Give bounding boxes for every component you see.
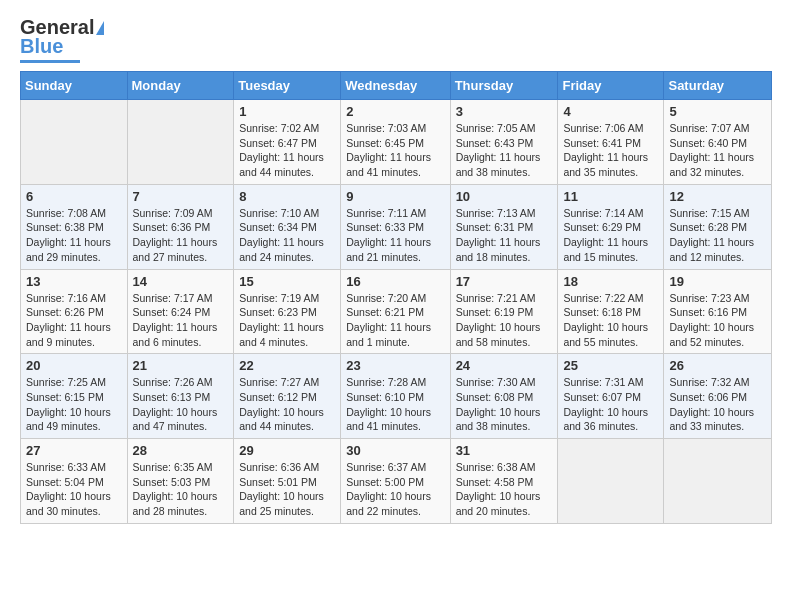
day-number: 6 (26, 189, 122, 204)
day-info: Sunrise: 7:06 AM Sunset: 6:41 PM Dayligh… (563, 121, 658, 180)
calendar-cell: 23Sunrise: 7:28 AM Sunset: 6:10 PM Dayli… (341, 354, 450, 439)
calendar-day-header: Monday (127, 72, 234, 100)
day-info: Sunrise: 7:08 AM Sunset: 6:38 PM Dayligh… (26, 206, 122, 265)
day-number: 9 (346, 189, 444, 204)
day-info: Sunrise: 7:28 AM Sunset: 6:10 PM Dayligh… (346, 375, 444, 434)
day-number: 19 (669, 274, 766, 289)
calendar-cell: 24Sunrise: 7:30 AM Sunset: 6:08 PM Dayli… (450, 354, 558, 439)
calendar-table: SundayMondayTuesdayWednesdayThursdayFrid… (20, 71, 772, 524)
calendar-cell: 10Sunrise: 7:13 AM Sunset: 6:31 PM Dayli… (450, 184, 558, 269)
day-number: 14 (133, 274, 229, 289)
day-info: Sunrise: 6:38 AM Sunset: 4:58 PM Dayligh… (456, 460, 553, 519)
day-number: 21 (133, 358, 229, 373)
calendar-cell: 14Sunrise: 7:17 AM Sunset: 6:24 PM Dayli… (127, 269, 234, 354)
calendar-cell (558, 439, 664, 524)
page-header: General Blue (0, 0, 792, 71)
day-info: Sunrise: 7:03 AM Sunset: 6:45 PM Dayligh… (346, 121, 444, 180)
day-info: Sunrise: 7:27 AM Sunset: 6:12 PM Dayligh… (239, 375, 335, 434)
calendar-cell (664, 439, 772, 524)
day-number: 16 (346, 274, 444, 289)
day-info: Sunrise: 7:20 AM Sunset: 6:21 PM Dayligh… (346, 291, 444, 350)
calendar-week-row: 13Sunrise: 7:16 AM Sunset: 6:26 PM Dayli… (21, 269, 772, 354)
calendar-cell: 7Sunrise: 7:09 AM Sunset: 6:36 PM Daylig… (127, 184, 234, 269)
day-number: 30 (346, 443, 444, 458)
day-info: Sunrise: 7:22 AM Sunset: 6:18 PM Dayligh… (563, 291, 658, 350)
day-info: Sunrise: 6:35 AM Sunset: 5:03 PM Dayligh… (133, 460, 229, 519)
calendar-week-row: 27Sunrise: 6:33 AM Sunset: 5:04 PM Dayli… (21, 439, 772, 524)
calendar-cell (127, 100, 234, 185)
day-info: Sunrise: 6:33 AM Sunset: 5:04 PM Dayligh… (26, 460, 122, 519)
calendar-cell: 12Sunrise: 7:15 AM Sunset: 6:28 PM Dayli… (664, 184, 772, 269)
calendar-cell: 30Sunrise: 6:37 AM Sunset: 5:00 PM Dayli… (341, 439, 450, 524)
calendar-week-row: 6Sunrise: 7:08 AM Sunset: 6:38 PM Daylig… (21, 184, 772, 269)
day-number: 8 (239, 189, 335, 204)
day-number: 17 (456, 274, 553, 289)
day-number: 31 (456, 443, 553, 458)
day-number: 5 (669, 104, 766, 119)
calendar-cell: 2Sunrise: 7:03 AM Sunset: 6:45 PM Daylig… (341, 100, 450, 185)
day-info: Sunrise: 7:15 AM Sunset: 6:28 PM Dayligh… (669, 206, 766, 265)
calendar-day-header: Saturday (664, 72, 772, 100)
logo-underline (20, 60, 80, 63)
day-number: 10 (456, 189, 553, 204)
calendar-cell: 5Sunrise: 7:07 AM Sunset: 6:40 PM Daylig… (664, 100, 772, 185)
day-number: 4 (563, 104, 658, 119)
calendar-cell: 9Sunrise: 7:11 AM Sunset: 6:33 PM Daylig… (341, 184, 450, 269)
day-info: Sunrise: 7:14 AM Sunset: 6:29 PM Dayligh… (563, 206, 658, 265)
calendar-cell: 28Sunrise: 6:35 AM Sunset: 5:03 PM Dayli… (127, 439, 234, 524)
calendar-cell: 3Sunrise: 7:05 AM Sunset: 6:43 PM Daylig… (450, 100, 558, 185)
calendar-cell: 13Sunrise: 7:16 AM Sunset: 6:26 PM Dayli… (21, 269, 128, 354)
day-number: 22 (239, 358, 335, 373)
calendar-cell: 6Sunrise: 7:08 AM Sunset: 6:38 PM Daylig… (21, 184, 128, 269)
day-info: Sunrise: 7:02 AM Sunset: 6:47 PM Dayligh… (239, 121, 335, 180)
day-number: 11 (563, 189, 658, 204)
day-info: Sunrise: 7:10 AM Sunset: 6:34 PM Dayligh… (239, 206, 335, 265)
calendar-day-header: Sunday (21, 72, 128, 100)
day-number: 15 (239, 274, 335, 289)
calendar-week-row: 1Sunrise: 7:02 AM Sunset: 6:47 PM Daylig… (21, 100, 772, 185)
calendar-day-header: Thursday (450, 72, 558, 100)
day-info: Sunrise: 7:11 AM Sunset: 6:33 PM Dayligh… (346, 206, 444, 265)
day-info: Sunrise: 7:21 AM Sunset: 6:19 PM Dayligh… (456, 291, 553, 350)
day-number: 26 (669, 358, 766, 373)
day-info: Sunrise: 7:17 AM Sunset: 6:24 PM Dayligh… (133, 291, 229, 350)
day-number: 24 (456, 358, 553, 373)
calendar-day-header: Friday (558, 72, 664, 100)
calendar-cell: 16Sunrise: 7:20 AM Sunset: 6:21 PM Dayli… (341, 269, 450, 354)
calendar-cell: 20Sunrise: 7:25 AM Sunset: 6:15 PM Dayli… (21, 354, 128, 439)
day-info: Sunrise: 7:07 AM Sunset: 6:40 PM Dayligh… (669, 121, 766, 180)
calendar-cell: 19Sunrise: 7:23 AM Sunset: 6:16 PM Dayli… (664, 269, 772, 354)
day-number: 1 (239, 104, 335, 119)
calendar-container: SundayMondayTuesdayWednesdayThursdayFrid… (0, 71, 792, 534)
calendar-cell: 22Sunrise: 7:27 AM Sunset: 6:12 PM Dayli… (234, 354, 341, 439)
day-info: Sunrise: 7:09 AM Sunset: 6:36 PM Dayligh… (133, 206, 229, 265)
calendar-day-header: Wednesday (341, 72, 450, 100)
day-number: 18 (563, 274, 658, 289)
day-info: Sunrise: 7:32 AM Sunset: 6:06 PM Dayligh… (669, 375, 766, 434)
calendar-cell: 8Sunrise: 7:10 AM Sunset: 6:34 PM Daylig… (234, 184, 341, 269)
day-number: 29 (239, 443, 335, 458)
calendar-cell: 26Sunrise: 7:32 AM Sunset: 6:06 PM Dayli… (664, 354, 772, 439)
day-number: 20 (26, 358, 122, 373)
logo: General Blue (20, 16, 104, 63)
day-number: 12 (669, 189, 766, 204)
day-number: 7 (133, 189, 229, 204)
day-info: Sunrise: 7:13 AM Sunset: 6:31 PM Dayligh… (456, 206, 553, 265)
day-info: Sunrise: 6:37 AM Sunset: 5:00 PM Dayligh… (346, 460, 444, 519)
day-info: Sunrise: 6:36 AM Sunset: 5:01 PM Dayligh… (239, 460, 335, 519)
day-info: Sunrise: 7:31 AM Sunset: 6:07 PM Dayligh… (563, 375, 658, 434)
calendar-header-row: SundayMondayTuesdayWednesdayThursdayFrid… (21, 72, 772, 100)
calendar-cell: 27Sunrise: 6:33 AM Sunset: 5:04 PM Dayli… (21, 439, 128, 524)
calendar-cell: 15Sunrise: 7:19 AM Sunset: 6:23 PM Dayli… (234, 269, 341, 354)
calendar-cell: 21Sunrise: 7:26 AM Sunset: 6:13 PM Dayli… (127, 354, 234, 439)
calendar-cell: 17Sunrise: 7:21 AM Sunset: 6:19 PM Dayli… (450, 269, 558, 354)
day-info: Sunrise: 7:30 AM Sunset: 6:08 PM Dayligh… (456, 375, 553, 434)
day-number: 28 (133, 443, 229, 458)
calendar-cell: 29Sunrise: 6:36 AM Sunset: 5:01 PM Dayli… (234, 439, 341, 524)
calendar-cell (21, 100, 128, 185)
calendar-cell: 11Sunrise: 7:14 AM Sunset: 6:29 PM Dayli… (558, 184, 664, 269)
calendar-cell: 18Sunrise: 7:22 AM Sunset: 6:18 PM Dayli… (558, 269, 664, 354)
calendar-cell: 25Sunrise: 7:31 AM Sunset: 6:07 PM Dayli… (558, 354, 664, 439)
calendar-cell: 4Sunrise: 7:06 AM Sunset: 6:41 PM Daylig… (558, 100, 664, 185)
calendar-day-header: Tuesday (234, 72, 341, 100)
